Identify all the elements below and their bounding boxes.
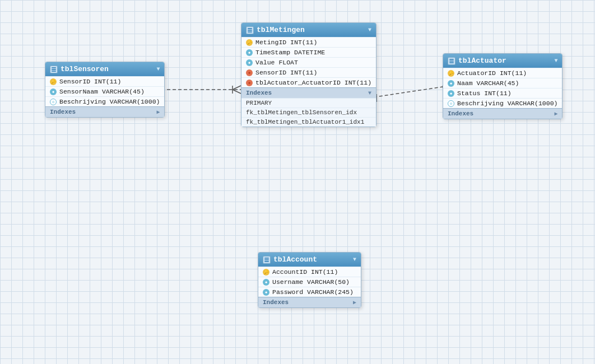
chevron-tblSensoren[interactable]: ▼ <box>156 66 160 72</box>
fk-icon-SensorID <box>246 69 253 76</box>
chevron-tblActuator[interactable]: ▼ <box>554 58 557 64</box>
table-title-tblSensoren: tblSensoren <box>61 65 109 73</box>
field-text-SensorID-tbl: SensorID INT(11) <box>59 78 121 85</box>
field-text-Password: Password VARCHAR(245) <box>272 288 354 296</box>
indexes-section-tblActuator[interactable]: Indexes ▶ <box>443 108 562 119</box>
pk-icon-MetingID <box>246 39 253 46</box>
nullable-icon-Beschrijving-actuator <box>448 100 454 107</box>
field-text-Value: Value FLOAT <box>255 59 298 66</box>
chevron-tblAccount[interactable]: ▼ <box>353 256 356 263</box>
table-icon-tblSensoren <box>50 66 58 73</box>
table-header-tblSensoren[interactable]: tblSensoren ▼ <box>45 62 164 76</box>
svg-line-2 <box>233 90 241 94</box>
field-Beschrijving-sensor: Beschrijving VARCHAR(1000) <box>45 96 164 106</box>
field-MetingID: MetingID INT(11) <box>241 37 376 47</box>
table-tblMetingen: tblMetingen ▼ MetingID INT(11) TimeStamp… <box>241 22 376 127</box>
field-text-TimeStamp: TimeStamp DATETIME <box>255 49 325 56</box>
fk-icon-ActuatorID <box>246 80 253 86</box>
field-text-AccountID: AccountID INT(11) <box>272 268 338 276</box>
index-fk-actuator: fk_tblMetingen_tblActuator1_idx1 <box>241 117 376 127</box>
nullable-icon-Beschrijving-sensor <box>50 99 57 105</box>
indexes-label-tblMetingen: Indexes <box>246 90 272 96</box>
table-header-tblAccount[interactable]: tblAccount ▼ <box>258 253 361 267</box>
regular-icon-TimeStamp <box>246 49 253 56</box>
table-header-tblMetingen[interactable]: tblMetingen ▼ <box>241 23 376 37</box>
field-Beschrijving-actuator: Beschrijving VARCHAR(1000) <box>443 98 562 108</box>
field-ActuatorID-tbl: ActuatorID INT(11) <box>443 68 562 78</box>
field-text-SensorNaam: SensorNaam VARCHAR(45) <box>59 88 145 95</box>
table-header-tblActuator[interactable]: tblActuator ▼ <box>443 54 562 68</box>
field-Username: Username VARCHAR(50) <box>258 277 361 287</box>
field-text-Naam: Naam VARCHAR(45) <box>457 80 519 87</box>
index-fk-sensoren: fk_tblMetingen_tblSensoren_idx <box>241 108 376 117</box>
field-AccountID: AccountID INT(11) <box>258 267 361 277</box>
indexes-arrow-tblSensoren: ▶ <box>156 109 160 115</box>
regular-icon-Naam <box>448 80 454 87</box>
indexes-label-tblAccount: Indexes <box>263 299 289 306</box>
field-text-Username: Username VARCHAR(50) <box>272 278 350 286</box>
field-text-MetingID: MetingID INT(11) <box>255 39 317 46</box>
field-Password: Password VARCHAR(245) <box>258 287 361 297</box>
indexes-arrow-tblAccount: ▶ <box>353 299 356 306</box>
table-title-tblMetingen: tblMetingen <box>257 26 305 34</box>
indexes-label-tblActuator: Indexes <box>448 110 473 117</box>
regular-icon-SensorNaam <box>50 88 57 95</box>
field-SensorID: SensorID INT(11) <box>241 67 376 77</box>
table-icon-tblMetingen <box>246 26 254 34</box>
field-Naam: Naam VARCHAR(45) <box>443 78 562 88</box>
field-TimeStamp: TimeStamp DATETIME <box>241 47 376 57</box>
field-SensorID-tbl: SensorID INT(11) <box>45 76 164 86</box>
pk-icon-ActuatorID <box>448 70 454 77</box>
regular-icon-Password <box>263 289 269 296</box>
svg-line-6 <box>368 87 443 98</box>
chevron-tblMetingen[interactable]: ▼ <box>368 27 371 33</box>
table-tblActuator: tblActuator ▼ ActuatorID INT(11) Naam VA… <box>443 53 563 119</box>
table-tblSensoren: tblSensoren ▼ SensorID INT(11) SensorNaa… <box>45 62 165 118</box>
field-text-ActuatorID-tbl: ActuatorID INT(11) <box>457 69 527 77</box>
index-PRIMARY: PRIMARY <box>241 98 376 108</box>
field-text-Beschrijving-sensor: Beschrijving VARCHAR(1000) <box>59 98 160 105</box>
indexes-section-tblMetingen[interactable]: Indexes ▼ <box>241 87 376 98</box>
table-icon-tblAccount <box>263 256 271 264</box>
table-title-tblActuator: tblActuator <box>458 57 506 65</box>
field-Value: Value FLOAT <box>241 57 376 67</box>
field-text-Status: Status INT(11) <box>457 90 512 97</box>
table-title-tblAccount: tblAccount <box>273 255 317 264</box>
indexes-label-tblSensoren: Indexes <box>50 109 76 115</box>
field-text-ActuatorID: tblActuator_ActuatorID INT(11) <box>255 79 371 86</box>
indexes-arrow-tblActuator: ▶ <box>554 110 557 117</box>
field-Status: Status INT(11) <box>443 88 562 98</box>
regular-icon-Status <box>448 90 454 97</box>
pk-icon-AccountID <box>263 269 269 276</box>
indexes-section-tblAccount[interactable]: Indexes ▶ <box>258 297 361 307</box>
svg-line-1 <box>233 86 241 90</box>
table-icon-tblActuator <box>448 57 455 65</box>
field-ActuatorID: tblActuator_ActuatorID INT(11) <box>241 77 376 87</box>
indexes-section-tblSensoren[interactable]: Indexes ▶ <box>45 106 164 117</box>
table-tblAccount: tblAccount ▼ AccountID INT(11) Username … <box>258 252 361 308</box>
pk-icon-SensorID <box>50 78 57 85</box>
regular-icon-Value <box>246 59 253 66</box>
field-text-Beschrijving-actuator: Beschrijving VARCHAR(1000) <box>457 100 557 107</box>
field-text-SensorID: SensorID INT(11) <box>255 69 317 76</box>
indexes-chevron-tblMetingen: ▼ <box>368 90 371 96</box>
regular-icon-Username <box>263 279 269 286</box>
field-SensorNaam: SensorNaam VARCHAR(45) <box>45 86 164 96</box>
